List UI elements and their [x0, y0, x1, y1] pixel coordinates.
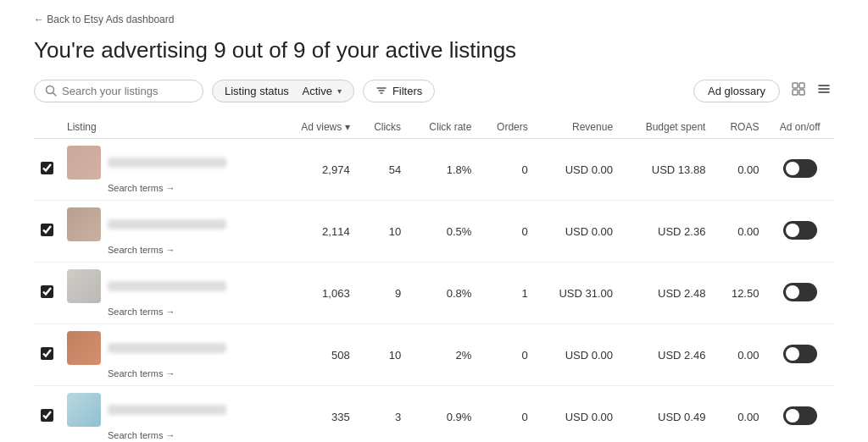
row-checkbox-5[interactable]	[41, 409, 53, 422]
row-listing-5: Search terms →	[60, 386, 278, 443]
col-clicks: Clicks	[357, 116, 409, 139]
list-view-button[interactable]	[814, 79, 834, 102]
row-ad-views-5: 335	[278, 386, 356, 443]
item-title-blur-3	[108, 281, 226, 291]
row-click-rate-2: 0.5%	[408, 201, 478, 262]
col-budget-spent: Budget spent	[620, 116, 712, 139]
row-clicks-2: 10	[357, 201, 409, 262]
row-checkbox-cell	[34, 139, 60, 201]
search-terms-link-2[interactable]: Search terms →	[108, 245, 271, 255]
row-revenue-4: USD 0.00	[535, 324, 620, 386]
ad-toggle-4[interactable]	[783, 345, 817, 363]
table-row: Search terms → 2,974 54 1.8% 0 USD 0.00 …	[34, 139, 834, 201]
col-ad-views[interactable]: Ad views ▾	[278, 116, 356, 139]
row-checkbox-cell	[34, 201, 60, 262]
row-revenue-5: USD 0.00	[535, 386, 620, 443]
select-all-header	[34, 116, 60, 139]
search-terms-link-4[interactable]: Search terms →	[108, 368, 271, 378]
row-budget-spent-5: USD 0.49	[620, 386, 712, 443]
row-orders-2: 0	[478, 201, 534, 262]
row-ad-views-4: 508	[278, 324, 356, 386]
row-ad-toggle-cell-2	[765, 201, 834, 262]
filter-icon	[376, 85, 387, 97]
row-roas-1: 0.00	[712, 139, 765, 201]
ad-toggle-3[interactable]	[783, 283, 817, 301]
toggle-slider-2	[783, 221, 817, 240]
row-budget-spent-3: USD 2.48	[620, 262, 712, 324]
row-budget-spent-1: USD 13.88	[620, 139, 712, 201]
table-row: Search terms → 508 10 2% 0 USD 0.00 USD …	[34, 324, 834, 386]
filters-button[interactable]: Filters	[363, 80, 435, 102]
page-title: You're advertising 9 out of 9 of your ac…	[34, 37, 834, 64]
row-ad-toggle-cell-3	[765, 262, 834, 324]
ad-glossary-button[interactable]: Ad glossary	[693, 80, 780, 102]
row-click-rate-1: 1.8%	[408, 139, 478, 201]
col-listing: Listing	[60, 116, 278, 139]
filters-label: Filters	[392, 85, 422, 97]
back-link[interactable]: ← Back to Etsy Ads dashboard	[34, 14, 834, 25]
row-budget-spent-4: USD 2.46	[620, 324, 712, 386]
row-orders-5: 0	[478, 386, 534, 443]
grid-icon	[792, 82, 805, 96]
toggle-slider-5	[783, 406, 817, 425]
search-icon	[45, 85, 57, 97]
col-roas: ROAS	[712, 116, 765, 139]
item-title-blur-5	[108, 405, 226, 415]
row-ad-views-3: 1,063	[278, 262, 356, 324]
table-header-row: Listing Ad views ▾ Clicks Click rate Ord…	[34, 116, 834, 139]
row-checkbox-1[interactable]	[41, 162, 53, 174]
row-listing-4: Search terms →	[60, 324, 278, 386]
svg-rect-7	[793, 90, 798, 95]
row-ad-views-1: 2,974	[278, 139, 356, 201]
back-link-text: ← Back to Etsy Ads dashboard	[34, 14, 174, 25]
list-icon	[817, 82, 831, 96]
svg-rect-8	[799, 90, 804, 95]
row-clicks-4: 10	[357, 324, 409, 386]
col-revenue: Revenue	[535, 116, 620, 139]
ad-toggle-2[interactable]	[783, 221, 817, 240]
row-checkbox-cell	[34, 324, 60, 386]
table-row: Search terms → 2,114 10 0.5% 0 USD 0.00 …	[34, 201, 834, 262]
svg-rect-5	[793, 83, 798, 88]
search-input[interactable]	[62, 85, 192, 97]
search-terms-link-1[interactable]: Search terms →	[108, 183, 271, 193]
row-listing-2: Search terms →	[60, 201, 278, 262]
ad-toggle-5[interactable]	[783, 406, 817, 425]
table-row: Search terms → 335 3 0.9% 0 USD 0.00 USD…	[34, 386, 834, 443]
toolbar: Listing status Active ▾ Filters Ad gloss…	[34, 79, 834, 102]
row-listing-3: Search terms →	[60, 262, 278, 324]
row-roas-2: 0.00	[712, 201, 765, 262]
search-box[interactable]	[34, 80, 203, 102]
row-listing-1: Search terms →	[60, 139, 278, 201]
item-thumbnail-5	[67, 393, 101, 427]
search-terms-link-5[interactable]: Search terms →	[108, 430, 271, 440]
col-click-rate: Click rate	[408, 116, 478, 139]
row-orders-4: 0	[478, 324, 534, 386]
listing-status-value: Active	[303, 85, 332, 97]
search-terms-link-3[interactable]: Search terms →	[108, 307, 271, 317]
row-clicks-3: 9	[357, 262, 409, 324]
svg-line-1	[53, 93, 57, 97]
svg-rect-6	[799, 83, 804, 88]
item-title-blur-4	[108, 343, 226, 353]
row-roas-5: 0.00	[712, 386, 765, 443]
grid-view-button[interactable]	[788, 79, 809, 102]
row-checkbox-cell	[34, 386, 60, 443]
row-click-rate-5: 0.9%	[408, 386, 478, 443]
row-checkbox-4[interactable]	[41, 347, 53, 360]
table-row: Search terms → 1,063 9 0.8% 1 USD 31.00 …	[34, 262, 834, 324]
col-orders: Orders	[478, 116, 534, 139]
row-clicks-1: 54	[357, 139, 409, 201]
item-title-blur-2	[108, 219, 226, 229]
row-checkbox-3[interactable]	[41, 285, 53, 298]
ad-toggle-1[interactable]	[783, 159, 817, 178]
toggle-slider-1	[783, 159, 817, 178]
item-title-blur-1	[108, 157, 226, 168]
chevron-down-icon: ▾	[337, 86, 342, 96]
row-ad-toggle-cell-5	[765, 386, 834, 443]
row-checkbox-2[interactable]	[41, 224, 53, 236]
row-revenue-1: USD 0.00	[535, 139, 620, 201]
listing-status-filter[interactable]: Listing status Active ▾	[212, 80, 354, 102]
row-roas-3: 12.50	[712, 262, 765, 324]
row-ad-toggle-cell-1	[765, 139, 834, 201]
